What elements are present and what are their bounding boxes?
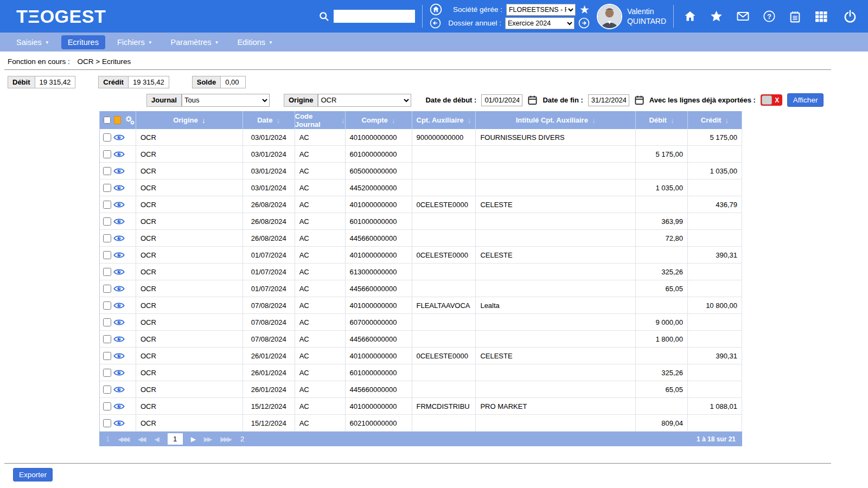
mail-icon[interactable] <box>736 10 750 23</box>
app-logo[interactable]: TΞOGEST <box>16 6 106 27</box>
cell-intitule <box>476 415 636 431</box>
row-checkbox[interactable] <box>103 201 111 209</box>
page-rewind-fast-button[interactable]: ◀◀◀ <box>118 435 130 443</box>
power-icon[interactable] <box>843 9 857 23</box>
row-checkbox[interactable] <box>103 352 111 360</box>
eye-view-icon[interactable] <box>113 234 125 242</box>
calendar-icon[interactable] <box>634 95 644 105</box>
dossier-select[interactable]: Exercice 2024 <box>505 17 575 29</box>
cell-debit: 5 175,00 <box>636 146 688 162</box>
eye-view-icon[interactable] <box>113 133 125 142</box>
row-checkbox[interactable] <box>103 369 111 377</box>
orange-select-checkbox[interactable] <box>114 116 121 124</box>
eye-view-icon[interactable] <box>113 301 125 310</box>
exported-toggle[interactable]: X <box>761 94 782 106</box>
eye-view-icon[interactable] <box>113 318 125 326</box>
nav-item-ecritures[interactable]: Ecritures <box>61 35 105 49</box>
eye-view-icon[interactable] <box>113 419 125 427</box>
row-checkbox[interactable] <box>103 268 111 276</box>
row-checkbox[interactable] <box>103 133 111 142</box>
column-header-date[interactable]: Date↓ <box>243 111 295 129</box>
eye-view-icon[interactable] <box>113 352 125 360</box>
eye-view-icon[interactable] <box>113 268 125 276</box>
societe-select[interactable]: FLOREETSENS - FL <box>506 4 576 16</box>
column-header-code-journal[interactable]: Code Journal↓ <box>295 111 346 129</box>
cell-code-journal: AC <box>295 415 346 431</box>
credit-total: Crédit 19 315,42 <box>98 76 169 88</box>
cell-compte: 401000000000 <box>346 398 412 414</box>
row-checkbox[interactable] <box>103 217 111 226</box>
eye-view-icon[interactable] <box>113 201 125 209</box>
eye-view-icon[interactable] <box>113 369 125 377</box>
row-checkbox[interactable] <box>103 251 111 259</box>
column-header-credit[interactable]: Crédit↓ <box>688 111 742 129</box>
eye-view-icon[interactable] <box>113 217 125 226</box>
page-input[interactable] <box>168 433 183 445</box>
page-next-button[interactable]: ▶ <box>191 435 196 443</box>
table-tools-cell <box>100 111 136 129</box>
row-checkbox[interactable] <box>103 150 111 158</box>
eye-view-icon[interactable] <box>113 251 125 259</box>
row-checkbox[interactable] <box>103 402 111 410</box>
eye-view-icon[interactable] <box>113 167 125 175</box>
cell-compte: 401000000000 <box>346 196 412 213</box>
eye-view-icon[interactable] <box>113 285 125 293</box>
column-header-cpt-auxiliaire[interactable]: Cpt. Auxiliaire↓ <box>412 111 476 129</box>
forward-circle-icon[interactable] <box>578 17 590 29</box>
row-checkbox[interactable] <box>103 386 111 394</box>
nav-item-editions[interactable]: Editions▼ <box>231 35 279 49</box>
row-checkbox[interactable] <box>103 419 111 427</box>
journal-select[interactable]: Tous <box>182 94 270 107</box>
select-all-checkbox[interactable] <box>104 116 111 124</box>
row-checkbox[interactable] <box>103 184 111 192</box>
nav-item-fichiers[interactable]: Fichiers▼ <box>111 35 159 49</box>
back-circle-icon[interactable] <box>430 17 441 29</box>
nav-item-label: Paramètres <box>171 38 212 47</box>
page-forward-button[interactable]: ▶▶ <box>204 435 212 443</box>
row-checkbox[interactable] <box>103 285 111 293</box>
exporter-button[interactable]: Exporter <box>13 468 53 481</box>
row-checkbox[interactable] <box>103 234 111 242</box>
row-checkbox[interactable] <box>103 318 111 326</box>
home-circle-icon[interactable] <box>430 3 442 16</box>
date-fin-input[interactable] <box>588 94 629 106</box>
help-icon[interactable]: ? <box>763 10 776 23</box>
cell-cpt-auxiliaire: 0CELESTE0000 <box>412 348 476 364</box>
home-icon[interactable] <box>683 10 697 23</box>
eye-view-icon[interactable] <box>113 184 125 192</box>
row-tools-cell <box>100 314 136 330</box>
calendar-icon[interactable] <box>527 95 538 105</box>
nav-item-parametres[interactable]: Paramètres▼ <box>164 35 226 49</box>
search-input[interactable] <box>334 10 415 23</box>
favorites-star-icon[interactable] <box>710 10 723 23</box>
eye-view-icon[interactable] <box>113 150 125 158</box>
top-header: TΞOGEST Société gérée : FLOREETSENS - FL… <box>0 0 868 33</box>
nav-item-saisies[interactable]: Saisies▼ <box>10 35 56 49</box>
eye-view-icon[interactable] <box>113 402 125 410</box>
afficher-button[interactable]: Afficher <box>787 93 824 107</box>
origine-select[interactable]: OCR <box>318 94 411 107</box>
eye-view-icon[interactable] <box>113 386 125 394</box>
column-header-compte[interactable]: Compte↓ <box>346 111 412 129</box>
cell-compte: 401000000000 <box>346 247 412 263</box>
row-checkbox[interactable] <box>103 335 111 343</box>
cell-credit <box>688 146 742 162</box>
settings-gears-icon[interactable] <box>124 114 136 126</box>
notepad-icon[interactable] <box>788 10 802 23</box>
row-checkbox[interactable] <box>103 301 111 310</box>
page-rewind-button[interactable]: ◀◀ <box>138 435 146 443</box>
row-checkbox[interactable] <box>103 167 111 175</box>
date-debut-input[interactable] <box>481 94 522 106</box>
favorite-star-icon[interactable]: ★ <box>579 4 590 15</box>
page-prev-button[interactable]: ◀ <box>154 435 159 443</box>
apps-grid-icon[interactable] <box>814 10 828 23</box>
column-header-debit[interactable]: Débit↓ <box>636 111 688 129</box>
eye-view-icon[interactable] <box>113 335 125 343</box>
column-header-intitule-cpt-auxiliaire[interactable]: Intitulé Cpt. Auxiliaire↓ <box>476 111 636 129</box>
page-number-first[interactable]: 1 <box>106 435 110 443</box>
user-avatar[interactable] <box>597 4 622 29</box>
cell-date: 03/01/2024 <box>243 179 295 196</box>
column-header-origine[interactable]: Origine↓ <box>136 111 243 129</box>
page-forward-fast-button[interactable]: ▶▶▶ <box>220 435 232 443</box>
page-number-2[interactable]: 2 <box>240 435 244 443</box>
